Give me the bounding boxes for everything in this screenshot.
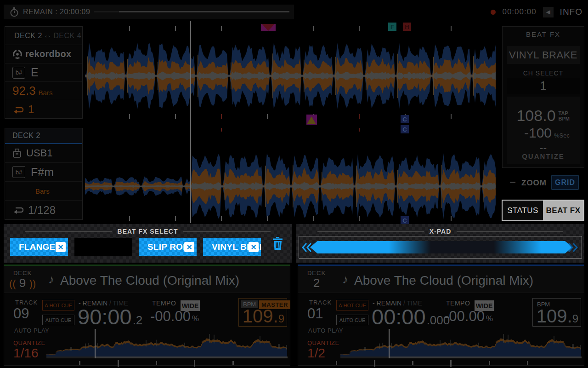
divider [317,231,424,232]
bpm-box: BPM 109.9 [532,298,581,327]
time-main: 00:00 [372,304,426,329]
zoom-label: ZOOM [521,178,547,188]
key-icon: b# [12,166,25,178]
tap-bpm-labels: TAPBPM [559,110,570,121]
tempo-number: -00.00 [444,308,485,325]
grid-button[interactable]: GRID [551,175,579,190]
mini-beat-tick [336,361,337,365]
remove-fx-icon[interactable]: × [249,242,259,252]
loop-row-1: 1 [5,100,82,119]
tempo-value: -00.00% [150,308,199,325]
tempo-unit: % [192,314,199,323]
deck-number: 2 [295,276,338,290]
auto-cue-badge: AUTO CUE [336,315,368,325]
deck2-header[interactable]: DECK 2 [5,128,82,144]
tempo-label: TEMPO [152,299,176,307]
mini-beat-tick [232,361,234,365]
record-indicator-icon [491,10,496,15]
rekordbox-logo-text: rekordbox [25,49,72,59]
zoom-controls: − ZOOM GRID [502,175,584,191]
deck-panel-right[interactable]: DECK 2 ♪ Above The Cloud (Original Mix) … [298,264,584,366]
mini-waveform[interactable] [46,330,288,356]
loop-row-2: 1/128 [5,201,82,219]
time-frac: .2 [133,313,143,328]
back-arrow-icon: ◀ [546,9,550,15]
key-row-1: b# E [5,63,82,82]
rekordbox-row: rekordbox [5,45,82,63]
xpad-bar[interactable] [310,241,572,253]
cue-marker-c: C [401,115,409,123]
fx-quantize-label: QUANTIZE [507,152,580,160]
mini-wave-baseline [46,356,288,358]
fx-name: VINYL BRAKE [509,49,577,61]
bottom-section: DECK (( 9 )) ♪ Above The Cloud (Original… [0,263,588,368]
deck2-info-panel: DECK 2 USB1 b# F#m Bars 1/128 [5,128,83,220]
remain-time: REMAIN : 20:00:09 [23,8,90,16]
remove-fx-icon[interactable]: × [184,242,194,252]
quantize-value: 1/16 [13,346,39,361]
beatfx-tab[interactable]: BEAT FX [543,201,583,220]
tempo-unit: % [486,314,493,323]
zoom-out-button[interactable]: − [509,177,516,188]
deck2-title: DECK 2 [12,132,40,140]
fx-slot-flanger[interactable]: FLANGER× [10,238,68,256]
tempo-value: -00.00% [444,308,493,325]
auto-play-label: AUTO PLAY [308,327,343,334]
mini-playhead [389,329,390,358]
loop-value: 1 [28,103,34,116]
bpm-frac: 9 [572,312,578,325]
ch-select-label: CH SELECT [503,69,584,77]
mini-beat-tick [412,361,413,365]
channel-value: 1 [540,79,547,92]
fx-select-title-row: BEAT FX SELECT [4,228,292,235]
mini-waveform[interactable] [340,330,582,356]
fx-slot-vinyl-brake[interactable]: VINYL BRAKE× [203,238,261,256]
deck-label: DECK [304,270,329,276]
xpad-title-row: X-PAD [296,228,584,235]
tempo-number: -00.00 [150,308,191,325]
fx-slot-empty[interactable] [74,238,132,256]
track-title: Above The Cloud (Original Mix) [354,273,533,288]
xpad-title: X-PAD [430,228,452,235]
deck-label: DECK [10,270,35,276]
deck-link-left: DECK 2 [14,32,42,40]
divider [457,231,563,232]
waveform-playhead [190,21,191,223]
beat-fx-select-bar: BEAT FX SELECT FLANGER×SLIP ROLL×VINYL B… [4,224,584,263]
bpm-frac: 9 [278,312,284,325]
track-progress-bar [94,11,289,12]
track-progress-fill [119,11,289,12]
mini-beat-tick [156,361,157,365]
top-right-cluster: 00:00:00 ◀ INFO [491,6,582,18]
info-collapse-button[interactable]: ◀ [543,7,554,17]
deck-panel-left[interactable]: DECK (( 9 )) ♪ Above The Cloud (Original… [4,264,290,366]
cdj-screen: REMAIN : 20:00:09 00:00:00 ◀ INFO DECK 2… [0,0,588,368]
deck-link-row[interactable]: DECK 2 ⇔ DECK 4 [5,27,82,45]
deck-link-right: DECK 4 [53,32,81,40]
hot-cue-badge: A.HOT CUE [42,300,74,310]
bpm-box: BPM MASTER 109.9 [238,298,287,327]
track-label: TRACK [15,299,38,306]
flash-paren: )) [29,278,36,289]
xpad-half: X-PAD [296,224,584,263]
key-row-2: b# F#m [5,163,82,182]
remove-fx-icon[interactable]: × [56,242,66,252]
fx-slot-slip-roll[interactable]: SLIP ROLL× [139,238,197,256]
trash-icon[interactable] [272,237,283,252]
mini-beat-tick [118,360,119,367]
time-display: 90:00.2 [78,304,142,329]
waveform-display[interactable]: FHCCC [85,21,496,224]
divider [183,231,271,232]
key-value: E [31,66,39,79]
tap-label: TAP [559,110,570,116]
beat-fx-title: BEAT FX [503,30,584,38]
tempo-label: TEMPO [446,299,470,307]
fx-select-half: BEAT FX SELECT FLANGER×SLIP ROLL×VINYL B… [4,224,292,263]
beat-fx-panel: BEAT FX VINYL BRAKE CH SELECT 1 108.0 TA… [502,26,584,168]
cue-marker-h: H [403,23,411,31]
bars-row-2: Bars [5,182,82,201]
mini-wave-played [340,356,389,358]
loop-value: 1/128 [28,204,56,217]
xpad-control[interactable] [299,236,582,259]
status-tab[interactable]: STATUS [503,201,543,220]
